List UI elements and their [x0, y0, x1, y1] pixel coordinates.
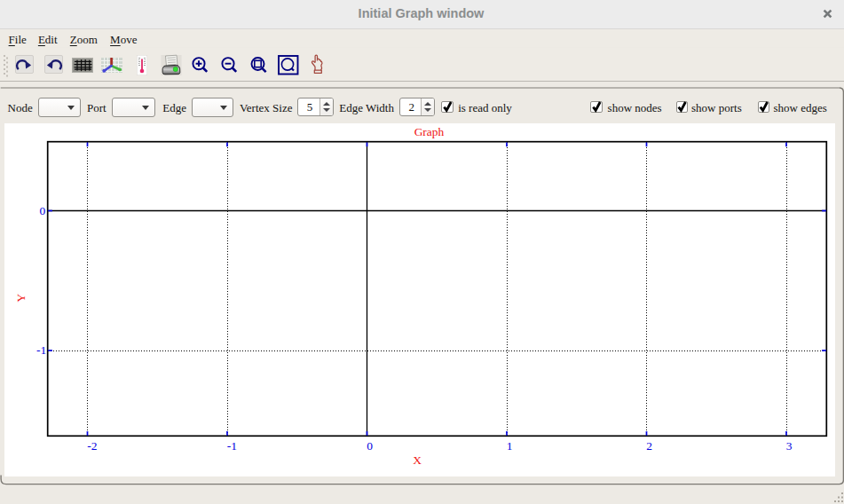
svg-text:-2: -2: [87, 439, 97, 453]
svg-text:-1: -1: [227, 439, 237, 453]
svg-text:0: 0: [40, 204, 46, 217]
svg-text:X: X: [413, 453, 422, 467]
svg-text:Graph: Graph: [414, 125, 445, 138]
svg-text:0: 0: [367, 439, 373, 453]
svg-text:1: 1: [507, 439, 513, 453]
svg-text:2: 2: [646, 439, 652, 453]
svg-text:3: 3: [786, 439, 793, 453]
svg-text:Y: Y: [14, 294, 28, 303]
svg-text:-1: -1: [36, 343, 46, 357]
